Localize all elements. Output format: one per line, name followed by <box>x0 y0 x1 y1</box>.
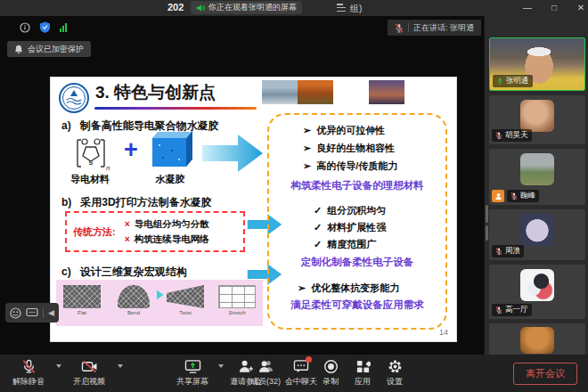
polymer-structure-icon: Sn <box>70 135 111 172</box>
mic-muted-small-icon <box>395 23 404 33</box>
leave-meeting-button[interactable]: 离开会议 <box>513 363 577 385</box>
benefit-bullet: ➢高的传导/传质能力 <box>303 159 397 173</box>
participant-tile-video[interactable]: 张明通 <box>489 37 585 91</box>
svg-text:S: S <box>89 159 94 166</box>
benefit-conclusion: 构筑柔性电子设备的理想材料 <box>269 179 445 192</box>
signal-strength-icon[interactable] <box>60 23 67 32</box>
campus-photo <box>262 80 298 104</box>
mic-muted-icon <box>495 306 502 314</box>
members-button[interactable]: 成员(32) <box>250 359 281 388</box>
collapse-arrow-icon[interactable]: ◀ <box>48 308 54 317</box>
benefit-conclusion: 定制化制备柔性电子设备 <box>269 256 445 269</box>
chat-unread-badge <box>306 356 312 363</box>
mic-muted-icon <box>495 131 502 140</box>
person-badge-icon <box>492 190 504 202</box>
sidebar-scrollbar[interactable] <box>486 225 488 241</box>
titlebar-clock: 202 <box>167 2 184 12</box>
participant-name-chip: 张明通 <box>493 75 533 87</box>
chat-button[interactable]: 会中聊天 <box>285 359 317 388</box>
svg-text:n: n <box>106 164 110 172</box>
avatar <box>520 269 554 301</box>
mic-muted-icon <box>495 247 502 256</box>
participant-name-chip: 鞠峰 <box>507 190 539 202</box>
participant-name: 周浪 <box>505 246 520 257</box>
participant-tile[interactable]: 胡昊天 <box>489 95 585 144</box>
participant-name-chip: 周浪 <box>492 245 524 257</box>
benefit-bullet: ✓精度范围广 <box>314 238 376 251</box>
speaking-indicator: 正在讲话: 张明通 <box>388 20 481 36</box>
mic-active-icon <box>496 77 503 86</box>
section-c-heading: c)设计三维复杂宏观结构 <box>61 265 187 280</box>
slide-title: 3. 特色与创新点 <box>95 81 216 104</box>
avatar <box>520 214 554 246</box>
mic-muted-icon <box>510 192 518 200</box>
participant-tile[interactable]: 鞠峰 <box>489 149 585 205</box>
apps-button[interactable]: 应用 <box>355 359 371 388</box>
campus-photo <box>369 80 404 104</box>
layout-icon[interactable] <box>337 4 346 12</box>
speaker-icon <box>196 4 205 12</box>
shape-twist: Twist <box>166 285 205 315</box>
unmute-options-caret[interactable] <box>56 364 61 368</box>
avatar <box>520 153 554 185</box>
emoji-icon[interactable] <box>10 307 21 319</box>
university-logo <box>58 82 90 114</box>
campus-photo <box>333 80 369 104</box>
traditional-method-label: 传统方法: <box>73 225 116 239</box>
shield-icon[interactable] <box>39 21 51 33</box>
barrage-chat-icon[interactable] <box>26 307 38 318</box>
members-icon <box>257 359 274 374</box>
sidebar-scrollbar[interactable] <box>486 205 488 223</box>
participant-tile[interactable] <box>489 323 585 355</box>
reaction-minibar: ◀ <box>5 303 59 323</box>
window-title-fragment: 组) <box>350 3 362 15</box>
section-b-heading: b)采用3D打印方法制备水凝胶 <box>61 195 212 210</box>
info-icon[interactable] <box>20 22 30 33</box>
shape-stretch: Stretch <box>217 285 257 315</box>
share-screen-button[interactable]: 共享屏幕 <box>176 359 208 388</box>
hydrogel-cube-icon <box>152 138 186 167</box>
benefit-bullet: ➢良好的生物相容性 <box>303 142 395 155</box>
titlebar: 202 你正在观看张明通的屏幕 组) — □ ✕ <box>0 0 588 16</box>
record-button[interactable]: 录制 <box>323 359 339 388</box>
campus-photo-strip <box>262 80 404 104</box>
participant-name: 张明通 <box>506 76 529 86</box>
meeting-window: 202 你正在观看张明通的屏幕 组) — □ ✕ 会议已加密保护 正在讲话: 张… <box>0 0 588 392</box>
screen-share-area: 会议已加密保护 正在讲话: 张明通 3. 特色与创新点 a)制备高性能导电聚合物… <box>0 16 484 355</box>
participants-sidebar: 张明通 胡昊天 鞠峰 周浪 <box>484 16 588 355</box>
encryption-toast-text: 会议已加密保护 <box>28 44 84 55</box>
participant-name-chip: 胡昊天 <box>492 129 532 142</box>
watching-screen-toast: 你正在观看张明通的屏幕 <box>191 1 302 14</box>
benefit-bullet: ➢优化整体抗变形能力 <box>298 282 399 295</box>
participant-tile[interactable]: 高一厅 <box>489 265 585 319</box>
conductive-material-label: 导电材料 <box>61 173 118 186</box>
bell-icon <box>14 45 23 54</box>
cyan-arrow-icon <box>157 290 163 299</box>
watching-screen-text: 你正在观看张明通的屏幕 <box>208 2 297 13</box>
meeting-toolbar: 解除静音 开启视频 共享屏幕 邀请参会 成员(32) 会中聊天 <box>0 355 588 392</box>
settings-gear-icon <box>388 359 403 374</box>
share-options-caret[interactable] <box>218 364 224 368</box>
start-video-button[interactable]: 开启视频 <box>73 359 105 388</box>
camera-off-icon <box>81 359 98 374</box>
presentation-slide: 3. 特色与创新点 a)制备高性能导电聚合物水凝胶 Sn 导电材料 + 水凝胶 … <box>51 78 456 341</box>
participant-name: 高一厅 <box>505 305 528 315</box>
settings-button[interactable]: 设置 <box>387 359 403 388</box>
maximize-button[interactable]: □ <box>543 1 565 15</box>
unmute-button[interactable]: 解除静音 <box>12 359 45 388</box>
participant-name: 鞠峰 <box>520 191 535 201</box>
benefit-conclusion: 满足柔性可穿戴设备应用需求 <box>269 298 445 312</box>
con-item: ×构筑连续导电网络 <box>125 233 209 246</box>
share-screen-icon <box>184 359 201 374</box>
speaking-indicator-text: 正在讲话: 张明通 <box>413 22 474 34</box>
section-a-heading: a)制备高性能导电聚合物水凝胶 <box>61 118 219 134</box>
minimize-button[interactable]: — <box>517 1 538 15</box>
con-item: ×导电组分均匀分散 <box>125 218 209 231</box>
video-options-caret[interactable] <box>118 364 123 368</box>
hydrogel-label: 水凝胶 <box>145 173 195 186</box>
participant-tile[interactable]: 周浪 <box>489 209 585 260</box>
mic-muted-icon <box>21 359 37 374</box>
close-button[interactable]: ✕ <box>570 1 588 15</box>
avatar <box>520 100 554 132</box>
page-number: 14 <box>439 328 448 337</box>
